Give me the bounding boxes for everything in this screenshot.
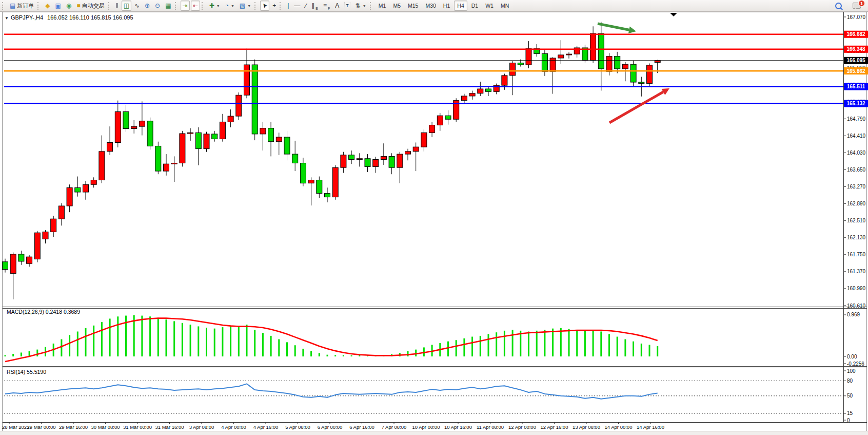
- signals-button[interactable]: ◉: [64, 1, 73, 11]
- date-axis-label: 31 Mar 00:00: [123, 424, 152, 430]
- price-axis-label: 160.610: [847, 303, 866, 309]
- templates-button[interactable]: ▧▼: [238, 1, 253, 11]
- window-menu-icon[interactable]: ▼: [5, 16, 9, 21]
- channel-icon: ∥: [311, 3, 314, 9]
- autotrading-label: 自动交易: [82, 2, 105, 10]
- macd-histogram-bar: [624, 339, 626, 356]
- candle-body: [139, 121, 145, 126]
- macd-histogram-bar: [109, 318, 111, 356]
- timeframe-h1-button[interactable]: H1: [440, 1, 453, 11]
- text-button[interactable]: A: [333, 1, 341, 11]
- candle-body: [606, 56, 612, 72]
- toolbar-group-chart-type: ‖◫∿⊕⊖▦: [113, 0, 174, 11]
- candle-body: [622, 64, 628, 69]
- chevron-down-icon[interactable]: ▼: [363, 4, 366, 8]
- date-axis-label: 10 Apr 16:00: [444, 424, 472, 430]
- trendline-button[interactable]: ∕: [303, 1, 308, 11]
- candle-body: [349, 155, 354, 160]
- rsi-axis-label: 15: [847, 410, 853, 416]
- candle-body: [131, 126, 137, 128]
- rsi-axis-label: 50: [847, 393, 853, 399]
- toolbar-group-cursor-tools: ➤+: [260, 0, 279, 11]
- candle-body: [123, 111, 129, 128]
- cursor-button[interactable]: ➤: [260, 1, 269, 11]
- candle-body: [558, 55, 564, 58]
- metaeditor-button[interactable]: ◆: [43, 1, 52, 11]
- timeframe-d1-button[interactable]: D1: [468, 1, 481, 11]
- notifications-button[interactable]: 1: [853, 2, 864, 10]
- horizontal-line-button[interactable]: —: [292, 1, 302, 11]
- auto-scroll-button[interactable]: ⇥: [181, 1, 190, 11]
- macd-histogram-bar: [77, 332, 78, 356]
- chevron-down-icon[interactable]: ▼: [216, 4, 220, 8]
- price-axis-label: 162.510: [847, 218, 866, 223]
- price-axis-label: 162.130: [847, 235, 866, 240]
- candle-body: [164, 164, 169, 171]
- arrows-tool-button[interactable]: ⇅▼: [353, 1, 368, 11]
- timeframe-h4-button[interactable]: H4: [454, 1, 467, 11]
- candlestick-chart-button[interactable]: ◫: [122, 1, 131, 11]
- candle-body: [155, 146, 161, 171]
- equidistant-channel-sub-letter: E: [315, 7, 318, 10]
- candle-body: [332, 167, 338, 197]
- new-order-button[interactable]: ▤新订单: [8, 1, 36, 11]
- cursor-icon: ➤: [261, 2, 269, 9]
- candle-body: [365, 159, 370, 167]
- strategy-tester-button[interactable]: ▣: [53, 1, 63, 11]
- fibonacci-button[interactable]: ≡F: [321, 1, 332, 11]
- candle-body: [147, 121, 153, 146]
- macd-signal-line: [5, 318, 658, 362]
- horizontal-line-icon: —: [294, 3, 300, 9]
- price-axis-label: 163.270: [847, 184, 866, 190]
- tile-windows-icon: ▦: [165, 3, 171, 9]
- macd-histogram-bar: [528, 332, 529, 356]
- date-axis-label: 31 Mar 16:00: [155, 424, 184, 430]
- chart-canvas[interactable]: 167.070166.690166.310165.930165.550165.1…: [0, 0, 868, 435]
- timeframe-mn-button[interactable]: MN: [498, 1, 512, 11]
- chart-shift-button[interactable]: ⇤: [191, 1, 200, 11]
- candle-body: [421, 133, 427, 147]
- price-axis-label: 162.890: [847, 201, 866, 206]
- text-label-button[interactable]: T: [342, 1, 352, 11]
- timeframe-m5-button[interactable]: M5: [390, 1, 404, 11]
- macd-histogram-bar: [351, 355, 352, 356]
- autotrading-button[interactable]: ■自动交易: [74, 1, 106, 11]
- bar-chart-icon: ‖: [116, 3, 119, 9]
- candle-body: [510, 63, 516, 75]
- search-button[interactable]: [833, 1, 844, 11]
- zoom-out-button[interactable]: ⊖: [153, 1, 162, 11]
- rsi-indicator-label: RSI(14) 55.5190: [7, 369, 46, 375]
- toolbar-grip: [370, 2, 373, 10]
- chevron-down-icon[interactable]: ▼: [231, 4, 234, 8]
- chart-ohlc-values: 166.052 166.110 165.815 166.095: [47, 14, 133, 21]
- timeframe-m1-button[interactable]: M1: [376, 1, 389, 11]
- candle-body: [542, 53, 547, 71]
- candle-body: [195, 133, 201, 148]
- candle-body: [373, 160, 379, 167]
- periods-button[interactable]: ◔▼: [223, 1, 236, 11]
- equidistant-channel-button[interactable]: ∥E: [309, 1, 320, 11]
- candle-body: [502, 75, 507, 85]
- zoom-in-button[interactable]: ⊕: [143, 1, 152, 11]
- timeframe-m30-button[interactable]: M30: [422, 1, 439, 11]
- candle-body: [83, 184, 89, 192]
- candle-body: [18, 254, 24, 261]
- macd-histogram-bar: [593, 330, 594, 356]
- chevron-down-icon[interactable]: ▼: [247, 4, 251, 8]
- tile-windows-button[interactable]: ▦: [163, 1, 173, 11]
- vertical-line-button[interactable]: |: [285, 1, 291, 11]
- timeframe-w1-button[interactable]: W1: [482, 1, 497, 11]
- price-panel: [3, 22, 661, 299]
- line-chart-button[interactable]: ∿: [132, 1, 142, 11]
- chart-title: ▼GBPJPY-,H4166.052 166.110 165.815 166.0…: [5, 14, 133, 21]
- indicators-button[interactable]: ✚▼: [207, 1, 222, 11]
- crosshair-button[interactable]: +: [270, 1, 278, 11]
- macd-histogram-bar: [173, 321, 175, 356]
- rsi-axis-label: 100: [847, 368, 856, 374]
- macd-histogram-bar: [286, 342, 288, 356]
- macd-histogram-bar: [238, 326, 240, 356]
- bar-chart-button[interactable]: ‖: [114, 1, 121, 11]
- candle-body: [630, 64, 636, 82]
- candle-body: [284, 137, 290, 154]
- timeframe-m15-button[interactable]: M15: [405, 1, 421, 11]
